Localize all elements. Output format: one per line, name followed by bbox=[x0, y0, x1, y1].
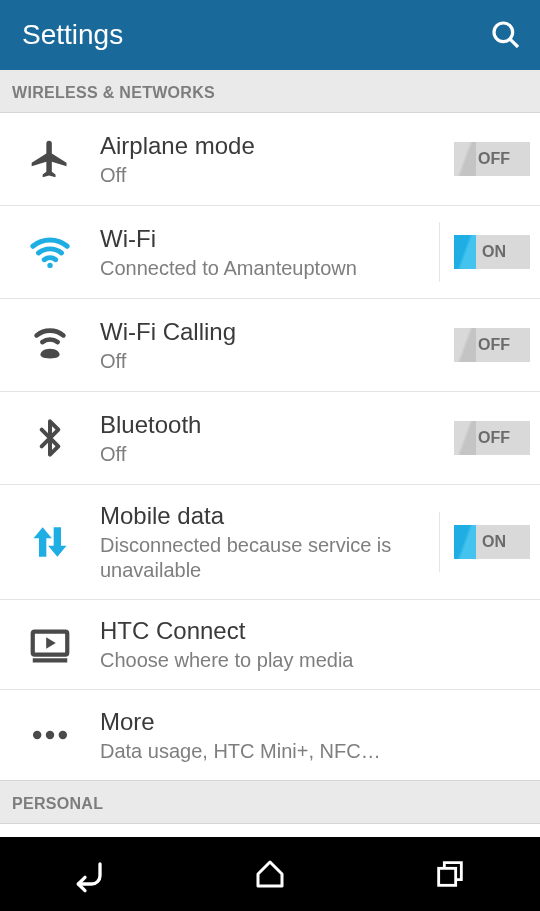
row-title: HTC Connect bbox=[100, 616, 520, 646]
system-nav-bar bbox=[0, 837, 540, 911]
row-more[interactable]: More Data usage, HTC Mini+, NFC… bbox=[0, 690, 540, 780]
bluetooth-toggle[interactable]: OFF bbox=[454, 421, 530, 455]
row-subtitle: Off bbox=[100, 442, 444, 467]
nav-back-button[interactable] bbox=[68, 852, 112, 896]
row-bluetooth[interactable]: Bluetooth Off OFF bbox=[0, 392, 540, 485]
svg-point-0 bbox=[494, 23, 513, 42]
row-mobile-data[interactable]: Mobile data Disconnected because service… bbox=[0, 485, 540, 600]
svg-point-7 bbox=[59, 731, 67, 739]
svg-rect-8 bbox=[439, 868, 456, 885]
row-htc-connect[interactable]: HTC Connect Choose where to play media bbox=[0, 600, 540, 690]
toggle-label: OFF bbox=[454, 336, 530, 354]
airplane-icon bbox=[0, 137, 100, 181]
toggle-label: OFF bbox=[454, 150, 530, 168]
toggle-label: OFF bbox=[454, 429, 530, 447]
svg-point-6 bbox=[46, 731, 54, 739]
svg-point-5 bbox=[33, 731, 41, 739]
row-subtitle: Choose where to play media bbox=[100, 648, 520, 673]
row-subtitle: Off bbox=[100, 349, 444, 374]
section-header-personal: PERSONAL bbox=[0, 780, 540, 824]
svg-point-2 bbox=[47, 263, 52, 268]
row-subtitle: Data usage, HTC Mini+, NFC… bbox=[100, 739, 520, 764]
wifi-toggle[interactable]: ON bbox=[454, 235, 530, 269]
more-icon bbox=[0, 713, 100, 757]
row-title: Bluetooth bbox=[100, 410, 444, 440]
row-title: Wi-Fi Calling bbox=[100, 317, 444, 347]
recent-apps-icon bbox=[433, 857, 467, 891]
back-icon bbox=[70, 854, 110, 894]
nav-home-button[interactable] bbox=[248, 852, 292, 896]
row-subtitle: Disconnected because service is unavaila… bbox=[100, 533, 429, 583]
htc-connect-icon bbox=[0, 622, 100, 668]
row-title: More bbox=[100, 707, 520, 737]
wifi-icon bbox=[0, 229, 100, 275]
svg-line-1 bbox=[510, 39, 518, 47]
section-header-wireless: WIRELESS & NETWORKS bbox=[0, 70, 540, 113]
nav-recent-button[interactable] bbox=[428, 852, 472, 896]
wifi-calling-toggle[interactable]: OFF bbox=[454, 328, 530, 362]
row-title: Airplane mode bbox=[100, 131, 444, 161]
row-subtitle: Connected to Amanteuptown bbox=[100, 256, 429, 281]
row-title: Wi-Fi bbox=[100, 224, 429, 254]
row-title: Mobile data bbox=[100, 501, 429, 531]
app-header: Settings bbox=[0, 0, 540, 70]
row-wifi-calling[interactable]: Wi-Fi Calling Off OFF bbox=[0, 299, 540, 392]
toggle-label: ON bbox=[454, 243, 530, 261]
page-title: Settings bbox=[22, 19, 123, 51]
settings-list: Airplane mode Off OFF Wi-Fi Connected to… bbox=[0, 113, 540, 780]
home-icon bbox=[252, 856, 288, 892]
row-airplane-mode[interactable]: Airplane mode Off OFF bbox=[0, 113, 540, 206]
airplane-toggle[interactable]: OFF bbox=[454, 142, 530, 176]
toggle-label: ON bbox=[454, 533, 530, 551]
search-icon bbox=[490, 19, 522, 51]
bluetooth-icon bbox=[0, 418, 100, 458]
mobile-data-toggle[interactable]: ON bbox=[454, 525, 530, 559]
row-wifi[interactable]: Wi-Fi Connected to Amanteuptown ON bbox=[0, 206, 540, 299]
row-subtitle: Off bbox=[100, 163, 444, 188]
search-button[interactable] bbox=[490, 19, 522, 51]
wifi-calling-icon bbox=[0, 322, 100, 368]
mobile-data-icon bbox=[0, 520, 100, 564]
